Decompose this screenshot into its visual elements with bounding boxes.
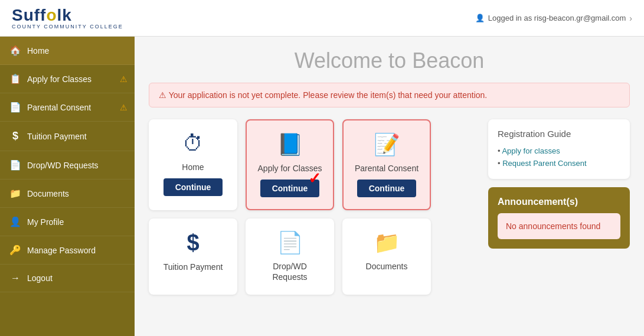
sidebar-item-home[interactable]: 🏠 Home xyxy=(0,37,135,65)
sidebar-item-drop-wd[interactable]: 📄 Drop/WD Requests xyxy=(0,151,135,180)
sidebar-label-manage-password: Manage Password xyxy=(27,246,96,255)
logout-icon: → xyxy=(9,273,21,283)
sidebar: 🏠 Home 📋 Apply for Classes ⚠ 📄 Parental … xyxy=(0,37,135,336)
sidebar-item-tuition-payment[interactable]: $ Tuition Payment xyxy=(0,122,135,151)
sidebar-label-documents: Documents xyxy=(27,189,69,198)
sidebar-item-my-profile[interactable]: 👤 My Profile xyxy=(0,208,135,236)
card-apply-classes-icon: 📘 xyxy=(277,132,303,157)
card-documents-label: Documents xyxy=(366,261,408,272)
reg-link-consent-anchor[interactable]: Request Parent Consent xyxy=(502,159,586,168)
card-parental-consent-icon: 📝 xyxy=(374,132,400,157)
alert-text: ⚠ Your application is not yet complete. … xyxy=(159,90,487,100)
registration-guide-links: Apply for classes Request Parent Consent xyxy=(498,145,620,169)
card-home-button[interactable]: Continue xyxy=(164,178,223,196)
card-apply-classes: 📘 Apply for Classes Continue ✓ xyxy=(246,119,334,210)
sidebar-label-tuition: Tuition Payment xyxy=(27,132,87,141)
announcements-title: Announcement(s) xyxy=(498,197,620,207)
card-parental-consent-button[interactable]: Continue xyxy=(357,180,417,197)
card-documents: 📁 Documents xyxy=(342,218,431,294)
card-drop-wd-label: Drop/WD Requests xyxy=(255,261,325,282)
card-tuition-icon: $ xyxy=(187,230,199,256)
registration-guide-title: Registration Guide xyxy=(498,129,620,139)
content-area: Welcome to Beacon ⚠ Your application is … xyxy=(135,37,644,336)
card-tuition-label: Tuition Payment xyxy=(164,262,223,272)
sidebar-label-my-profile: My Profile xyxy=(27,217,64,227)
sidebar-item-parental-consent[interactable]: 📄 Parental Consent ⚠ xyxy=(0,93,135,122)
cards-row-1: ⏱ Home Continue 📘 Apply for Classes Cont… xyxy=(149,119,480,210)
sidebar-item-logout[interactable]: → Logout xyxy=(0,265,135,292)
apply-classes-icon: 📋 xyxy=(9,73,21,84)
page-title: Welcome to Beacon xyxy=(149,48,630,73)
parental-consent-icon: 📄 xyxy=(9,102,21,113)
manage-password-icon: 🔑 xyxy=(9,244,21,256)
card-apply-classes-button[interactable]: Continue xyxy=(260,180,320,197)
documents-icon: 📁 xyxy=(9,188,21,199)
reg-link-apply[interactable]: Apply for classes xyxy=(498,145,620,157)
sidebar-label-drop-wd: Drop/WD Requests xyxy=(27,161,99,170)
reg-link-apply-anchor[interactable]: Apply for classes xyxy=(502,146,560,155)
registration-guide: Registration Guide Apply for classes Req… xyxy=(488,119,630,179)
sidebar-item-manage-password[interactable]: 🔑 Manage Password xyxy=(0,236,135,265)
card-parental-consent: 📝 Parental Consent Continue xyxy=(342,119,431,210)
cards-row-2: $ Tuition Payment 📄 Drop/WD Requests 📁 D… xyxy=(149,218,480,294)
sidebar-label-apply-classes: Apply for Classes xyxy=(27,74,91,84)
logo-subtitle: COUNTY COMMUNITY COLLEGE xyxy=(12,24,123,30)
warning-icon-apply: ⚠ xyxy=(120,74,128,84)
main-content: ⏱ Home Continue 📘 Apply for Classes Cont… xyxy=(149,119,480,295)
card-drop-wd: 📄 Drop/WD Requests xyxy=(246,218,334,294)
card-documents-icon: 📁 xyxy=(374,230,400,255)
sidebar-label-home: Home xyxy=(27,46,49,56)
my-profile-icon: 👤 xyxy=(9,216,21,227)
warning-icon-parental: ⚠ xyxy=(120,103,128,112)
logo: Suffolk COUNTY COMMUNITY COLLEGE xyxy=(12,7,123,30)
card-drop-wd-icon: 📄 xyxy=(277,230,303,255)
card-home-label: Home xyxy=(182,162,204,172)
home-icon: 🏠 xyxy=(9,45,21,56)
user-info[interactable]: 👤 Logged in as risg-beacon.gr@gmail.com … xyxy=(475,14,632,23)
right-panel: Registration Guide Apply for classes Req… xyxy=(488,119,630,295)
card-home: ⏱ Home Continue xyxy=(149,119,237,210)
drop-wd-icon: 📄 xyxy=(9,159,21,171)
sidebar-item-apply-classes[interactable]: 📋 Apply for Classes ⚠ xyxy=(0,65,135,93)
card-home-icon: ⏱ xyxy=(182,131,204,156)
tuition-icon: $ xyxy=(9,130,21,142)
sidebar-label-logout: Logout xyxy=(27,273,53,283)
card-parental-consent-label: Parental Consent xyxy=(355,163,419,174)
user-icon: 👤 xyxy=(475,14,485,22)
logo-title: Suffolk xyxy=(12,7,123,24)
announcements-empty: No announcements found xyxy=(498,213,620,239)
card-tuition-payment: $ Tuition Payment xyxy=(149,218,237,294)
header: Suffolk COUNTY COMMUNITY COLLEGE 👤 Logge… xyxy=(0,0,644,37)
main-layout: 🏠 Home 📋 Apply for Classes ⚠ 📄 Parental … xyxy=(0,37,644,336)
chevron-icon: › xyxy=(629,14,632,23)
user-email: Logged in as risg-beacon.gr@gmail.com xyxy=(488,14,626,22)
announcements-panel: Announcement(s) No announcements found xyxy=(488,187,630,249)
alert-banner: ⚠ Your application is not yet complete. … xyxy=(149,83,630,107)
reg-link-consent[interactable]: Request Parent Consent xyxy=(498,157,620,169)
card-apply-classes-label: Apply for Classes xyxy=(258,163,322,174)
sidebar-label-parental-consent: Parental Consent xyxy=(27,103,91,112)
content-wrapper: ⏱ Home Continue 📘 Apply for Classes Cont… xyxy=(149,119,630,295)
sidebar-item-documents[interactable]: 📁 Documents xyxy=(0,180,135,208)
